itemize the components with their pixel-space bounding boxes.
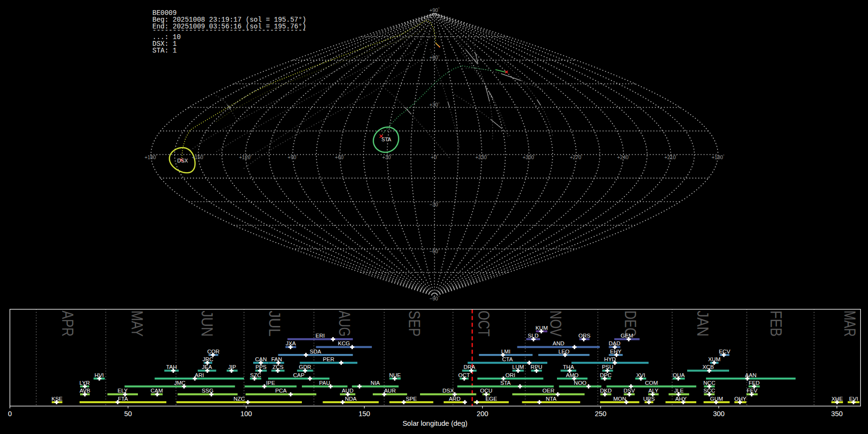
- svg-text:NOO: NOO: [574, 380, 586, 386]
- svg-text:SPE: SPE: [406, 396, 417, 402]
- svg-text:LMI: LMI: [501, 349, 510, 354]
- svg-text:DSX: DSX: [177, 158, 188, 163]
- svg-text:LUM: LUM: [512, 364, 524, 370]
- svg-text:Solar longitude (deg): Solar longitude (deg): [403, 420, 468, 427]
- svg-text:ARD: ARD: [449, 396, 461, 402]
- svg-text:TAH: TAH: [166, 364, 177, 370]
- svg-text:FED: FED: [748, 380, 760, 386]
- svg-text:AAN: AAN: [745, 372, 757, 378]
- svg-text:PER: PER: [323, 356, 335, 362]
- svg-text:JMC: JMC: [174, 380, 186, 386]
- svg-text:SZC: SZC: [250, 372, 261, 378]
- svg-text:ELY: ELY: [118, 388, 128, 393]
- svg-text:QUA: QUA: [673, 372, 685, 378]
- svg-text:ORS: ORS: [578, 333, 590, 339]
- svg-text:JAN: JAN: [694, 311, 712, 337]
- svg-text:AUG: AUG: [336, 311, 353, 337]
- svg-text:+240°: +240°: [617, 154, 630, 160]
- svg-text:EHY: EHY: [610, 349, 622, 354]
- svg-text:+330°: +330°: [475, 154, 488, 160]
- svg-text:URS: URS: [643, 396, 655, 402]
- svg-text:LEO: LEO: [558, 349, 570, 354]
- svg-text:PPS: PPS: [256, 364, 267, 370]
- svg-text:150: 150: [358, 410, 370, 418]
- svg-text:+300°: +300°: [523, 154, 536, 160]
- svg-text:EGE: EGE: [486, 396, 498, 402]
- svg-text:+90°: +90°: [288, 154, 298, 160]
- svg-text:250: 250: [595, 410, 606, 418]
- svg-text:FEB: FEB: [767, 311, 785, 337]
- svg-text:ZCS: ZCS: [272, 364, 284, 370]
- svg-text:DSX: DSX: [442, 388, 454, 393]
- svg-text:0: 0: [8, 410, 12, 418]
- svg-text:KSE: KSE: [52, 396, 63, 402]
- svg-text:JUL: JUL: [266, 311, 284, 337]
- svg-text:300: 300: [713, 410, 724, 418]
- svg-text:COR: COR: [207, 349, 220, 354]
- svg-text:+270°: +270°: [570, 154, 583, 160]
- svg-text:−90°: −90°: [430, 295, 440, 301]
- svg-text:ALY: ALY: [649, 388, 659, 393]
- svg-text:−60°: −60°: [430, 248, 440, 255]
- svg-text:+60°: +60°: [430, 54, 440, 61]
- svg-text:THA: THA: [563, 364, 574, 370]
- svg-text:SSG: SSG: [202, 388, 213, 393]
- svg-text:CAP: CAP: [293, 372, 305, 378]
- svg-text:FEV: FEV: [746, 388, 758, 393]
- svg-text:STA: STA: [381, 136, 392, 142]
- svg-text:HVI: HVI: [95, 372, 104, 378]
- svg-text:NTA: NTA: [546, 396, 556, 402]
- svg-text:GEM: GEM: [621, 333, 633, 339]
- svg-text:SEP: SEP: [406, 311, 423, 337]
- svg-text:OCT: OCT: [458, 372, 470, 378]
- svg-text:DPC: DPC: [600, 372, 611, 378]
- svg-text:JIP: JIP: [228, 364, 236, 370]
- svg-text:CAM: CAM: [150, 388, 163, 393]
- svg-text:EVI: EVI: [849, 396, 858, 402]
- svg-text:AMO: AMO: [566, 372, 579, 378]
- svg-text:XVI: XVI: [636, 372, 645, 378]
- svg-text:OCT: OCT: [475, 311, 493, 337]
- svg-text:IPE: IPE: [266, 380, 275, 386]
- svg-text:+180°: +180°: [712, 154, 725, 160]
- svg-text:DRA: DRA: [463, 364, 475, 370]
- svg-text:SLD: SLD: [528, 333, 539, 339]
- svg-text:JUN: JUN: [198, 311, 216, 337]
- svg-text:AHY: AHY: [675, 396, 687, 402]
- svg-text:RPU: RPU: [530, 364, 542, 370]
- svg-text:KCG: KCG: [338, 340, 350, 346]
- svg-text:PCA: PCA: [275, 388, 287, 393]
- svg-text:PAU: PAU: [319, 380, 330, 386]
- svg-text:OHY: OHY: [734, 396, 746, 402]
- svg-text:ORI: ORI: [505, 372, 515, 378]
- svg-text:NZC: NZC: [233, 396, 245, 402]
- svg-text:HYD: HYD: [604, 356, 616, 362]
- svg-text:SDA: SDA: [310, 349, 321, 354]
- svg-text:XHE: XHE: [831, 396, 843, 402]
- svg-text:JEA: JEA: [202, 364, 212, 370]
- svg-text:OCU: OCU: [480, 388, 493, 393]
- svg-text:ARI: ARI: [195, 372, 204, 378]
- svg-text:STA: STA: [501, 380, 511, 386]
- svg-text:SCC: SCC: [704, 388, 715, 393]
- svg-text:LYR: LYR: [80, 380, 90, 386]
- svg-text:+90°: +90°: [430, 7, 440, 13]
- svg-text:MAY: MAY: [128, 311, 146, 337]
- svg-text:NOV: NOV: [547, 311, 565, 337]
- svg-text:MAR: MAR: [841, 311, 859, 337]
- svg-text:NUE: NUE: [389, 372, 401, 378]
- svg-text:NDA: NDA: [345, 396, 357, 402]
- svg-text:JXA: JXA: [285, 340, 296, 346]
- svg-text:100: 100: [240, 410, 252, 418]
- svg-text:COM: COM: [645, 380, 658, 386]
- svg-text:+30°: +30°: [382, 154, 393, 160]
- svg-text:200: 200: [476, 410, 488, 418]
- svg-text:JRC: JRC: [203, 356, 213, 362]
- svg-text:+210°: +210°: [665, 154, 678, 160]
- svg-text:PSU: PSU: [602, 364, 613, 370]
- svg-text:XUM: XUM: [708, 356, 720, 362]
- svg-text:KUM: KUM: [535, 325, 548, 331]
- svg-text:+30°: +30°: [430, 102, 440, 108]
- svg-text:DAD: DAD: [609, 340, 620, 346]
- svg-text:XCB: XCB: [703, 364, 714, 370]
